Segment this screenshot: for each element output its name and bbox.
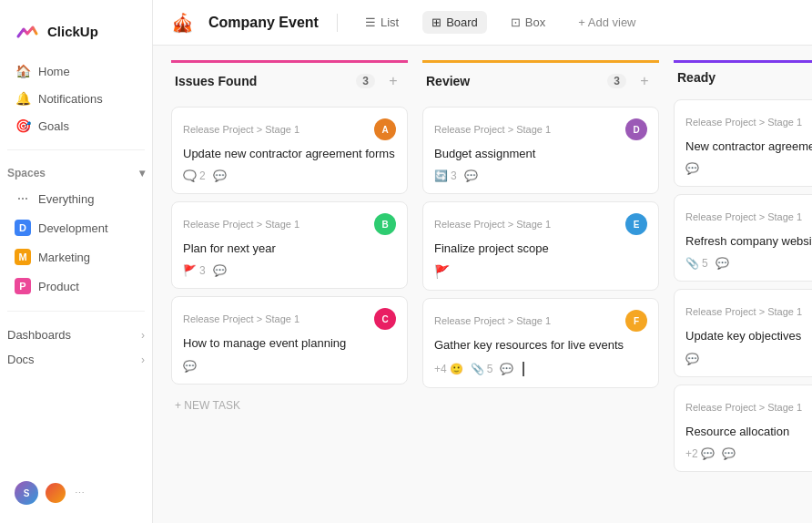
column-add-issues[interactable]: +: [382, 70, 404, 92]
card-footer-8: 📎 5 💬: [685, 257, 812, 270]
card-title-4: Budget assignment: [434, 146, 647, 162]
clickup-logo-icon: [15, 18, 40, 44]
sidebar-item-docs[interactable]: Docs ›: [0, 347, 152, 372]
spaces-section-header: Spaces ▾: [0, 161, 152, 185]
project-icon: 🎪: [171, 12, 194, 34]
marketing-dot: M: [15, 249, 31, 265]
home-icon: 🏠: [15, 64, 31, 78]
app-name: ClickUp: [47, 24, 98, 39]
card-title-9: Update key objectives: [685, 328, 812, 344]
column-header-review: Review 3 +: [422, 60, 659, 99]
card-meta-7: Release Project > Stage 1 G: [685, 111, 812, 133]
card-meta-5: Release Project > Stage 1 E: [434, 213, 647, 235]
card-title-7: New contractor agreement: [685, 138, 812, 155]
column-title-review: Review: [426, 74, 600, 88]
card-avatar-3: C: [374, 308, 396, 330]
card-meta-2: Release Project > Stage 1 B: [183, 213, 396, 235]
column-title-issues: Issues Found: [175, 74, 349, 88]
card-meta-8: Release Project > Stage 1 H: [685, 206, 812, 228]
goals-icon: 🎯: [15, 118, 31, 133]
chat-icon-7: 💬: [685, 162, 699, 175]
topbar: 🎪 Company Event ☰ List ⊞ Board ⊡ Box + A…: [153, 0, 812, 46]
column-review: Review 3 + Release Project > Stage 1 D B…: [422, 60, 659, 388]
dashboards-label: Dashboards: [7, 328, 71, 342]
card-stat-comment-10: +2 💬: [685, 447, 715, 460]
card-title-2: Plan for next year: [183, 241, 396, 257]
development-label: Development: [38, 221, 108, 235]
add-view-button[interactable]: + Add view: [569, 11, 645, 34]
list-tab-label: List: [381, 15, 399, 29]
card-footer-3: 💬: [183, 360, 396, 373]
sidebar-item-product[interactable]: P Product: [7, 272, 145, 300]
spaces-collapse-icon[interactable]: ▾: [139, 167, 145, 179]
sidebar-item-development[interactable]: D Development: [7, 214, 145, 241]
message-icon-1: 💬: [213, 169, 227, 182]
chat-icon-2: 💬: [213, 264, 227, 277]
card-meta-10: Release Project > Stage 1 J: [685, 396, 812, 418]
tab-board[interactable]: ⊞ Board: [422, 11, 487, 34]
card-stat-chat-3: 💬: [183, 360, 197, 373]
board-tab-label: Board: [446, 15, 478, 29]
card-avatar-6: F: [625, 310, 647, 332]
app-logo: ClickUp: [0, 11, 152, 58]
sidebar-item-notifications[interactable]: 🔔 Notifications: [7, 86, 145, 111]
card-title-5: Finalize project scope: [434, 241, 647, 257]
sidebar-home-label: Home: [38, 65, 70, 78]
new-task-button[interactable]: + NEW TASK: [171, 392, 408, 419]
card-new-contractor[interactable]: Release Project > Stage 1 G New contract…: [674, 99, 812, 187]
development-dot: D: [15, 220, 31, 236]
list-tab-icon: ☰: [365, 15, 376, 29]
user-menu-icon[interactable]: ⋯: [75, 487, 85, 499]
sidebar-item-everything[interactable]: ⋯ Everything: [7, 185, 145, 212]
cursor-indicator: [523, 362, 532, 376]
card-meta-9: Release Project > Stage 1 I: [685, 301, 812, 323]
sidebar-item-goals[interactable]: 🎯 Goals: [7, 113, 145, 138]
card-stat-chat-7: 💬: [685, 162, 699, 175]
card-resource-allocation[interactable]: Release Project > Stage 1 J Resource all…: [674, 385, 812, 472]
column-add-review[interactable]: +: [634, 70, 655, 92]
main-content: 🎪 Company Event ☰ List ⊞ Board ⊡ Box + A…: [153, 0, 812, 523]
topbar-divider: [337, 14, 338, 32]
board-tab-icon: ⊞: [431, 15, 442, 29]
bell-icon: 🔔: [15, 91, 31, 106]
tab-box[interactable]: ⊡ Box: [502, 11, 554, 34]
user-avatar[interactable]: S: [15, 481, 38, 505]
card-stat-comment-1: 🗨️ 2: [183, 169, 206, 182]
card-footer-6: +4 🙂 📎 5 💬: [434, 362, 647, 376]
flag-icon-5: 🚩: [434, 264, 450, 279]
tab-list[interactable]: ☰ List: [356, 11, 408, 34]
card-refresh-website[interactable]: Release Project > Stage 1 H Refresh comp…: [674, 194, 812, 282]
card-footer-1: 🗨️ 2 💬: [183, 169, 396, 182]
everything-label: Everything: [38, 192, 94, 206]
card-plan-next-year[interactable]: Release Project > Stage 1 B Plan for nex…: [171, 201, 408, 289]
comment-icon-10: 💬: [701, 447, 715, 460]
emoji-icon-6: 🙂: [450, 363, 463, 375]
card-budget-assignment[interactable]: Release Project > Stage 1 D Budget assig…: [422, 107, 659, 194]
card-event-planning[interactable]: Release Project > Stage 1 C How to manag…: [171, 296, 408, 384]
sidebar-item-home[interactable]: 🏠 Home: [7, 58, 145, 84]
card-update-contractor[interactable]: Release Project > Stage 1 A Update new c…: [171, 107, 408, 194]
card-footer-2: 🚩 3 💬: [183, 264, 396, 277]
sidebar-divider-2: [7, 311, 145, 312]
marketing-label: Marketing: [38, 251, 90, 264]
card-gather-resources[interactable]: Release Project > Stage 1 F Gather key r…: [422, 298, 659, 387]
column-issues-found: Issues Found 3 + Release Project > Stage…: [171, 60, 408, 419]
card-stat-flag-2: 🚩 3: [183, 264, 206, 277]
card-stat-chat-9: 💬: [685, 353, 699, 365]
card-footer-5: 🚩: [434, 264, 647, 279]
card-avatar-2: B: [374, 213, 396, 235]
sidebar-navigation: 🏠 Home 🔔 Notifications 🎯 Goals: [0, 58, 152, 138]
sidebar-item-marketing[interactable]: M Marketing: [7, 243, 145, 271]
card-finalize-scope[interactable]: Release Project > Stage 1 E Finalize pro…: [422, 201, 659, 291]
card-stat-chat-10: 💬: [722, 447, 736, 460]
column-header-issues: Issues Found 3 +: [171, 60, 408, 99]
card-stat-chat-2: 💬: [213, 264, 227, 277]
card-update-objectives[interactable]: Release Project > Stage 1 I Update key o…: [674, 289, 812, 376]
chat-icon-6: 💬: [500, 363, 513, 375]
sidebar-divider-1: [7, 149, 145, 150]
column-count-issues: 3: [356, 74, 375, 88]
new-task-label: + NEW TASK: [175, 399, 240, 412]
user-avatar-secondary: [46, 483, 66, 503]
sidebar-item-dashboards[interactable]: Dashboards ›: [0, 323, 152, 347]
card-footer-7: 💬: [685, 162, 812, 175]
